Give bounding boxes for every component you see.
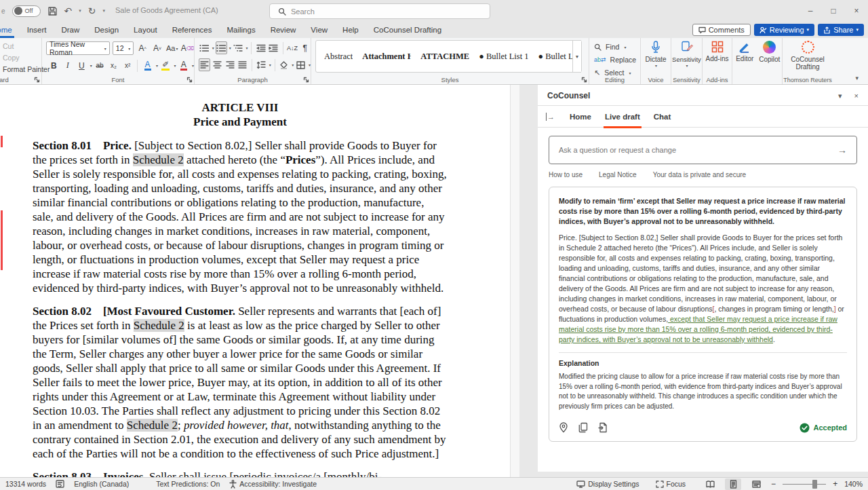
addins-button[interactable]: Add-ins bbox=[703, 38, 732, 75]
document-paragraph[interactable]: Price and Payment bbox=[33, 115, 448, 129]
borders-button[interactable] bbox=[295, 58, 307, 71]
panel-tab-home[interactable]: Home bbox=[563, 105, 598, 128]
accessibility-item[interactable]: Accessibility: Investigate bbox=[229, 480, 317, 489]
ribbon-tab-home[interactable]: Home bbox=[0, 22, 20, 38]
panel-tab-live-draft[interactable]: Live draft bbox=[598, 105, 647, 128]
align-right-button[interactable] bbox=[224, 58, 236, 71]
paragraph-marks-button[interactable]: ¶ bbox=[299, 41, 311, 54]
cut-button[interactable]: Cut bbox=[1, 41, 41, 51]
highlight-chevron-icon[interactable]: ▾ bbox=[174, 63, 176, 68]
web-layout-button[interactable] bbox=[748, 478, 764, 490]
paragraph-dialog-launcher-icon[interactable] bbox=[303, 77, 309, 83]
document-page[interactable]: ARTICLE VIIIPrice and PaymentSection 8.0… bbox=[0, 85, 510, 477]
display-settings-button[interactable]: Display Settings bbox=[576, 480, 639, 488]
grow-font-button[interactable]: A^ bbox=[136, 42, 149, 55]
font-dialog-launcher-icon[interactable] bbox=[186, 77, 193, 83]
cocounsel-drafting-button[interactable]: CoCounselDrafting bbox=[783, 38, 833, 75]
panel-close-icon[interactable]: × bbox=[854, 92, 859, 100]
sensitivity-button[interactable]: Sensitivity ▾ bbox=[671, 38, 702, 75]
ribbon-tab-references[interactable]: References bbox=[165, 22, 220, 38]
change-case-button[interactable]: Aa▾ bbox=[166, 42, 178, 55]
close-button[interactable]: × bbox=[845, 0, 868, 22]
style-attachmen[interactable]: ATTACHMEN bbox=[420, 52, 469, 62]
zoom-in-button[interactable]: + bbox=[833, 479, 837, 489]
replace-button[interactable]: ab⇄ Replace bbox=[594, 55, 640, 64]
font-color-chevron-icon[interactable]: ▾ bbox=[192, 63, 194, 68]
ribbon-tab-mailings[interactable]: Mailings bbox=[219, 22, 262, 38]
restore-button[interactable]: □ bbox=[822, 0, 845, 22]
dictate-button[interactable]: Dictate ▾ bbox=[641, 38, 671, 75]
shading-button[interactable] bbox=[279, 58, 290, 71]
copilot-button[interactable]: Copilot bbox=[757, 38, 783, 75]
zoom-level[interactable]: 140% bbox=[844, 480, 863, 488]
zoom-slider-thumb[interactable] bbox=[812, 480, 817, 489]
undo-icon[interactable]: ↶ bbox=[64, 6, 73, 16]
ribbon-tab-help[interactable]: Help bbox=[335, 22, 366, 38]
strikethrough-button[interactable]: ab bbox=[94, 59, 106, 72]
autosave-toggle[interactable]: Off bbox=[12, 5, 41, 17]
collapse-ribbon-icon[interactable]: ▾ bbox=[855, 75, 859, 81]
line-spacing-chevron-icon[interactable]: ▾ bbox=[269, 62, 271, 67]
decrease-indent-button[interactable] bbox=[255, 41, 267, 54]
multilevel-list-button[interactable] bbox=[233, 41, 244, 54]
font-size-select[interactable]: 12▾ bbox=[113, 41, 134, 55]
proofing-icon[interactable] bbox=[56, 480, 64, 488]
focus-button[interactable]: Focus bbox=[656, 480, 686, 488]
style-abstract[interactable]: Abstract bbox=[324, 52, 353, 62]
superscript-button[interactable]: x² bbox=[121, 59, 134, 72]
font-family-select[interactable]: Times New Roman▾ bbox=[46, 41, 110, 55]
italic-button[interactable]: I bbox=[62, 59, 75, 72]
highlight-button[interactable]: ✐ bbox=[159, 59, 172, 72]
word-count[interactable]: 13314 words bbox=[5, 480, 46, 488]
minimize-button[interactable]: – bbox=[799, 0, 822, 22]
style-bullet-list-1[interactable]: ● Bullet List 1 bbox=[479, 52, 528, 62]
ask-input[interactable]: Ask a question or request a change → bbox=[549, 136, 857, 164]
panel-dock-icon[interactable]: → bbox=[546, 113, 555, 121]
ribbon-tab-design[interactable]: Design bbox=[87, 22, 126, 38]
copy-icon[interactable] bbox=[578, 422, 588, 433]
reviewing-button[interactable]: Reviewing ▾ bbox=[754, 24, 814, 36]
document-paragraph[interactable]: Section 8.02[Most Favoured Customer. Sel… bbox=[33, 304, 448, 461]
line-spacing-button[interactable] bbox=[256, 58, 267, 71]
justify-button[interactable] bbox=[237, 58, 248, 71]
zoom-out-button[interactable]: − bbox=[771, 479, 776, 489]
ribbon-tab-view[interactable]: View bbox=[303, 22, 335, 38]
find-button[interactable]: Find▾ bbox=[594, 42, 640, 52]
ribbon-tab-insert[interactable]: Insert bbox=[20, 22, 54, 38]
qat-more-icon[interactable]: ▾ bbox=[103, 8, 106, 14]
panel-collapse-chevron-icon[interactable]: ▾ bbox=[838, 92, 842, 100]
copy-button[interactable]: Copy bbox=[1, 53, 41, 62]
clipboard-dialog-launcher-icon[interactable] bbox=[34, 77, 40, 83]
read-mode-button[interactable] bbox=[702, 478, 718, 490]
text-effects-chevron-icon[interactable]: ▾ bbox=[156, 63, 158, 68]
ribbon-tab-review[interactable]: Review bbox=[263, 22, 304, 38]
document-paragraph[interactable]: Section 8.01Price. [Subject to Section 8… bbox=[33, 138, 448, 295]
share-button[interactable]: Share ▾ bbox=[818, 24, 864, 36]
styles-dialog-launcher-icon[interactable] bbox=[581, 77, 587, 83]
locate-pin-icon[interactable] bbox=[559, 422, 568, 433]
align-left-button[interactable] bbox=[199, 58, 210, 71]
shrink-font-button[interactable]: A˅ bbox=[151, 42, 163, 55]
save-icon[interactable] bbox=[47, 6, 58, 16]
sort-button[interactable]: A↓Z bbox=[287, 41, 298, 54]
ribbon-tab-draw[interactable]: Draw bbox=[54, 22, 87, 38]
numbered-list-button[interactable] bbox=[216, 41, 227, 54]
undo-chevron-icon[interactable]: ▾ bbox=[79, 8, 81, 14]
bold-button[interactable]: B bbox=[47, 59, 60, 72]
align-center-button[interactable] bbox=[212, 58, 223, 71]
panel-link-how-to-use[interactable]: How to use bbox=[549, 171, 583, 178]
multilevel-chevron-icon[interactable]: ▾ bbox=[245, 45, 248, 50]
redo-icon[interactable]: ↻ bbox=[88, 6, 96, 16]
style-attachment-h[interactable]: Attachment H bbox=[362, 52, 411, 62]
format-painter-button[interactable]: Format Painter bbox=[1, 64, 41, 74]
search-input[interactable]: Search bbox=[269, 3, 490, 19]
shading-chevron-icon[interactable]: ▾ bbox=[292, 62, 294, 67]
panel-link-legal-notice[interactable]: Legal Notice bbox=[599, 171, 637, 178]
underline-chevron-icon[interactable]: ▾ bbox=[90, 63, 92, 68]
bullet-chevron-icon[interactable]: ▾ bbox=[212, 45, 214, 50]
numbered-chevron-icon[interactable]: ▾ bbox=[229, 45, 231, 50]
export-document-icon[interactable] bbox=[598, 422, 608, 433]
document-scrollbar[interactable] bbox=[510, 85, 519, 477]
ribbon-tab-layout[interactable]: Layout bbox=[126, 22, 165, 38]
text-effects-button[interactable]: A bbox=[141, 59, 154, 72]
